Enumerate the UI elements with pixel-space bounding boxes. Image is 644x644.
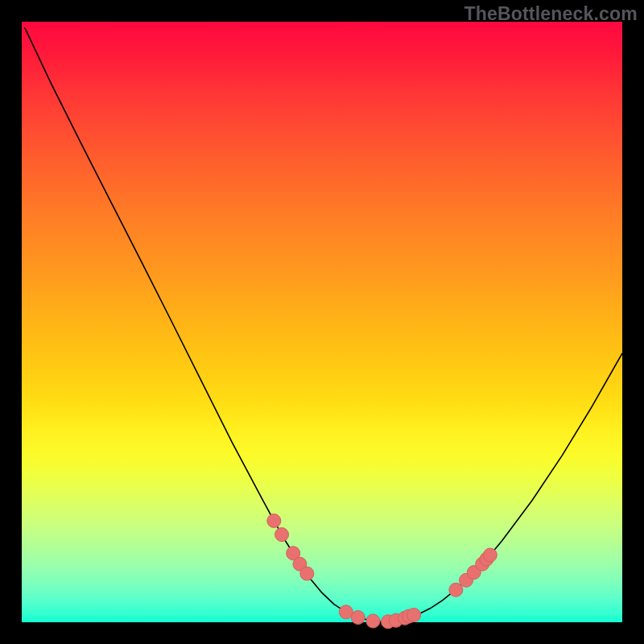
- marker-dot: [339, 605, 353, 619]
- highlight-dots: [267, 514, 497, 628]
- marker-dot: [300, 567, 314, 580]
- chart-container: TheBottleneck.com: [0, 0, 644, 644]
- marker-dot: [407, 609, 421, 622]
- bottleneck-curve: [25, 27, 622, 621]
- marker-dot: [366, 614, 380, 628]
- marker-dot: [483, 548, 497, 562]
- marker-dot: [449, 583, 463, 597]
- marker-dot: [267, 514, 281, 527]
- chart-overlay: [22, 22, 622, 622]
- watermark-text: TheBottleneck.com: [464, 3, 638, 25]
- marker-dot: [275, 528, 289, 542]
- marker-dot: [351, 611, 365, 625]
